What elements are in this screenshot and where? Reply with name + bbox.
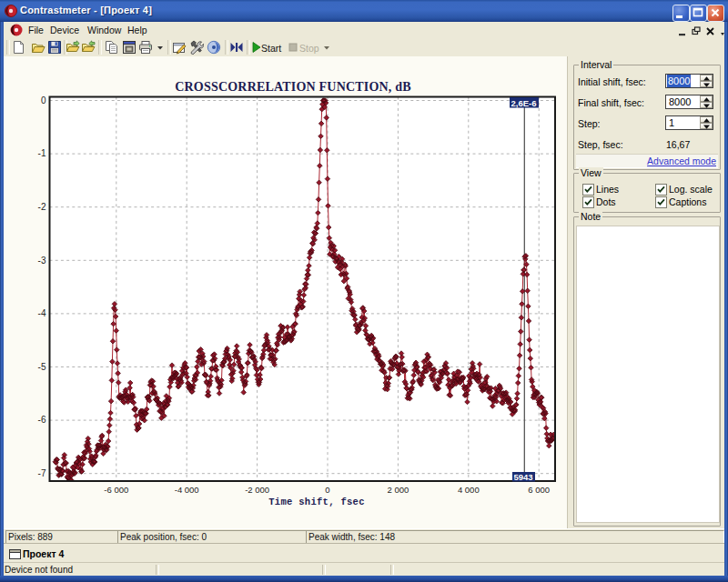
svg-text:0: 0 (41, 95, 46, 105)
svg-text:-3: -3 (38, 256, 46, 266)
svg-text:-2 000: -2 000 (245, 485, 269, 495)
svg-text:6 000: 6 000 (528, 485, 550, 495)
svg-text:0: 0 (325, 485, 329, 495)
svg-text:-6 000: -6 000 (104, 485, 128, 495)
svg-text:2 000: 2 000 (388, 485, 410, 495)
svg-text:2,6E-6: 2,6E-6 (511, 98, 537, 108)
svg-text:-5: -5 (38, 362, 46, 372)
svg-text:-7: -7 (38, 468, 46, 478)
svg-text:-1: -1 (38, 148, 46, 158)
svg-text:-6: -6 (38, 415, 46, 425)
svg-text:Time shift, fsec: Time shift, fsec (268, 497, 365, 507)
svg-text:5943: 5943 (514, 472, 533, 482)
svg-text:CROSSCORRELATION FUNCTION, dB: CROSSCORRELATION FUNCTION, dB (175, 80, 411, 94)
svg-text:-2: -2 (38, 202, 46, 212)
svg-text:-4 000: -4 000 (175, 485, 199, 495)
svg-text:-4: -4 (38, 308, 46, 318)
svg-text:4 000: 4 000 (458, 485, 480, 495)
